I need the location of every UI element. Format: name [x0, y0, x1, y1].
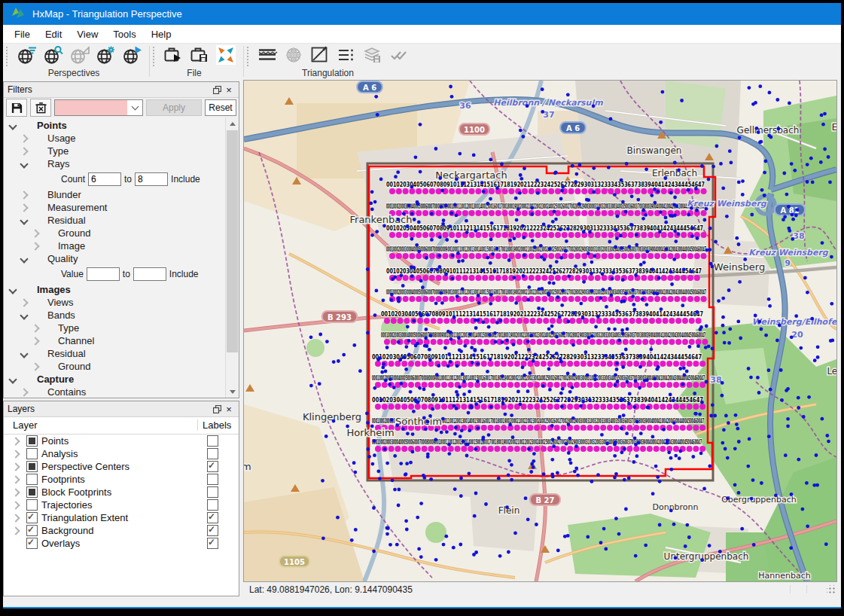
map-view[interactable]: 0010203040506070809101112131415161718192… — [243, 80, 837, 582]
layer-visibility-checkbox[interactable] — [26, 499, 38, 511]
menu-file[interactable]: File — [7, 25, 38, 43]
chevron-right-icon[interactable] — [11, 437, 20, 445]
chevron-right-icon[interactable] — [20, 388, 28, 396]
chevron-down-icon[interactable] — [127, 100, 142, 115]
layer-row-perspective-centers[interactable]: Perspective Centers — [4, 460, 239, 473]
layer-labels-checkbox[interactable] — [207, 461, 218, 472]
layers-panel-titlebar[interactable]: Layers × — [4, 401, 239, 417]
filter-node-ground[interactable]: Ground — [4, 360, 225, 373]
layer-row-triangulation-extent[interactable]: Triangulation Extent — [4, 511, 239, 524]
save-filter-button[interactable] — [6, 99, 27, 117]
filter-node-type[interactable]: Type — [4, 145, 225, 157]
filter-preset-combobox[interactable] — [54, 99, 143, 116]
count-to-input[interactable] — [135, 172, 168, 186]
reset-button[interactable]: Reset — [205, 99, 236, 116]
chevron-right-icon[interactable] — [20, 298, 28, 306]
perspective-run-button[interactable] — [120, 45, 143, 68]
filter-node-quality[interactable]: Quality — [4, 252, 225, 265]
perspective-search-button[interactable] — [41, 45, 64, 68]
save-results-button[interactable] — [361, 45, 384, 68]
perspective-settings-button[interactable] — [94, 45, 117, 68]
chevron-right-icon[interactable] — [31, 242, 39, 250]
chevron-down-icon[interactable] — [20, 160, 28, 168]
layer-labels-checkbox[interactable] — [207, 499, 218, 511]
close-panel-icon[interactable]: × — [223, 404, 235, 415]
chevron-right-icon[interactable] — [20, 191, 28, 199]
delete-filter-button[interactable] — [30, 99, 51, 117]
value-to-input[interactable] — [133, 267, 166, 281]
georeference-button[interactable] — [282, 45, 305, 68]
chevron-right-icon[interactable] — [20, 203, 28, 212]
close-panel-icon[interactable]: × — [223, 84, 235, 96]
filter-node-ground[interactable]: Ground — [4, 227, 225, 239]
filter-node-points[interactable]: Points — [4, 119, 225, 132]
layer-visibility-checkbox[interactable] — [26, 512, 38, 523]
filter-node-rays[interactable]: Rays — [4, 157, 225, 170]
map-canvas[interactable]: 0010203040506070809101112131415161718192… — [244, 81, 836, 581]
filter-node-image[interactable]: Image — [4, 239, 225, 252]
layer-visibility-checkbox[interactable] — [26, 486, 38, 498]
layer-labels-checkbox[interactable] — [207, 525, 218, 536]
layer-labels-checkbox[interactable] — [207, 538, 218, 549]
filter-node-blunder[interactable]: Blunder — [4, 188, 225, 201]
chevron-right-icon[interactable] — [31, 229, 39, 237]
strips-button[interactable] — [256, 45, 279, 68]
toolbar-drag-handle[interactable] — [5, 46, 8, 67]
chevron-down-icon[interactable] — [20, 216, 28, 224]
chevron-down-icon[interactable] — [8, 121, 17, 130]
layer-visibility-checkbox[interactable] — [26, 474, 38, 485]
toolbar-drag-handle[interactable] — [152, 46, 155, 67]
chevron-down-icon[interactable] — [20, 255, 28, 263]
chevron-down-icon[interactable] — [8, 375, 17, 383]
chevron-down-icon[interactable] — [20, 349, 28, 358]
layer-labels-checkbox[interactable] — [207, 448, 218, 459]
chevron-right-icon[interactable] — [11, 475, 20, 483]
scroll-up-icon[interactable] — [226, 117, 239, 130]
chevron-right-icon[interactable] — [20, 134, 28, 142]
chevron-right-icon[interactable] — [11, 450, 20, 458]
layer-row-overlays[interactable]: Overlays — [4, 537, 239, 550]
layer-labels-checkbox[interactable] — [207, 486, 218, 498]
chevron-right-icon[interactable] — [11, 514, 20, 522]
report-button[interactable] — [335, 45, 358, 68]
chevron-right-icon[interactable] — [20, 147, 28, 155]
layer-row-block-footprints[interactable]: Block Footprints — [4, 486, 239, 499]
layer-visibility-checkbox[interactable] — [26, 525, 38, 536]
layer-visibility-checkbox[interactable] — [26, 448, 38, 459]
layer-row-analysis[interactable]: Analysis — [4, 447, 239, 460]
adjustment-button[interactable] — [309, 45, 331, 68]
layer-labels-checkbox[interactable] — [207, 435, 218, 447]
filter-node-measurement[interactable]: Measurement — [4, 201, 225, 214]
filter-node-residual[interactable]: Residual — [4, 214, 225, 227]
menu-help[interactable]: Help — [144, 25, 179, 43]
layer-row-trajectories[interactable]: Trajectories — [4, 499, 239, 511]
toolbar-drag-handle[interactable] — [246, 46, 249, 67]
filter-node-bands[interactable]: Bands — [4, 309, 225, 322]
resize-grip-icon[interactable] — [827, 585, 836, 594]
layer-row-background[interactable]: Background — [4, 524, 239, 537]
float-panel-icon[interactable] — [211, 404, 223, 415]
value-from-input[interactable] — [87, 267, 120, 281]
filter-node-usage[interactable]: Usage — [4, 132, 225, 145]
menu-tools[interactable]: Tools — [105, 25, 143, 43]
title-bar[interactable]: HxMap - Triangulation Perspective — [3, 3, 841, 25]
filter-node-images[interactable]: Images — [4, 283, 225, 296]
chevron-right-icon[interactable] — [11, 488, 20, 496]
accept-results-button[interactable] — [388, 45, 410, 68]
filter-node-capture[interactable]: Capture — [4, 373, 225, 386]
filter-node-contains[interactable]: Contains — [4, 386, 225, 398]
layer-row-points[interactable]: Points — [4, 435, 239, 447]
layer-visibility-checkbox[interactable] — [26, 435, 38, 447]
apply-button[interactable]: Apply — [146, 99, 202, 116]
chevron-right-icon[interactable] — [31, 324, 39, 332]
filters-scrollbar[interactable] — [225, 117, 239, 398]
layer-labels-checkbox[interactable] — [207, 474, 218, 485]
float-panel-icon[interactable] — [211, 84, 223, 96]
scrollbar-thumb[interactable] — [227, 130, 238, 352]
filter-node-channel[interactable]: Channel — [4, 334, 225, 347]
filter-node-type[interactable]: Type — [4, 322, 225, 334]
project-save-button[interactable] — [188, 45, 211, 68]
perspective-filter-button[interactable] — [15, 45, 38, 68]
layer-visibility-checkbox[interactable] — [26, 538, 38, 549]
layer-row-footprints[interactable]: Footprints — [4, 473, 239, 486]
